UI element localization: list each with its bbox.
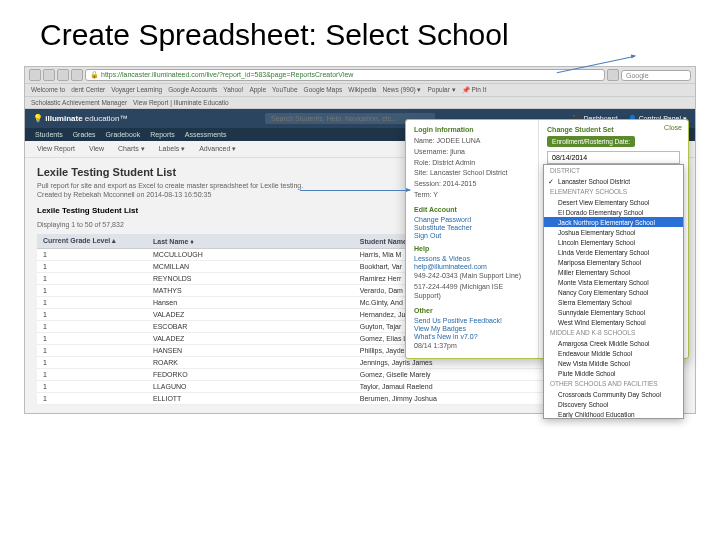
col-lastname[interactable]: Last Name ♦ [147,234,354,249]
menu-item[interactable]: Reports [150,131,175,138]
dropdown-item[interactable]: El Dorado Elementary School [544,207,683,217]
control-panel-popover: Login Information Name: JODEE LUNA Usern… [405,119,689,359]
login-username: Username: jluna [414,147,530,157]
bookmark-item[interactable]: YouTube [272,86,298,94]
menu-item[interactable]: Assessments [185,131,227,138]
bookmark-item[interactable]: Voyager Learning [111,86,162,94]
dropdown-header: MIDDLE AND K-8 SCHOOLS [544,327,683,338]
annotation-arrow [300,190,410,191]
submenu-item[interactable]: Advanced ▾ [199,145,236,153]
dropdown-item[interactable]: Discovery School [544,399,683,409]
dropdown-header: DISTRICT [544,165,683,176]
lessons-link[interactable]: Lessons & Videos [414,255,530,262]
submenu-item[interactable]: View Report [37,145,75,153]
login-term: Term: Y [414,190,530,200]
dropdown-item[interactable]: Linda Verde Elementary School [544,247,683,257]
dropdown-item[interactable]: Lincoln Elementary School [544,237,683,247]
bookmark-item[interactable]: Apple [249,86,266,94]
submenu-item[interactable]: View [89,145,104,153]
login-role: Role: District Admin [414,158,530,168]
dropdown-item[interactable]: Joshua Elementary School [544,227,683,237]
dropdown-item[interactable]: New Vista Middle School [544,358,683,368]
url-text: https://lancaster.illuminateed.com/live/… [101,71,353,78]
dropdown-item[interactable]: Endeavour Middle School [544,348,683,358]
school-dropdown[interactable]: DISTRICTLancaster School DistrictELEMENT… [543,164,684,419]
bookmark-item[interactable]: Popular ▾ [428,86,456,94]
dropdown-item[interactable]: Mariposa Elementary School [544,257,683,267]
forward-button[interactable] [43,69,55,81]
dropdown-item[interactable]: Amargosa Creek Middle School [544,338,683,348]
bookmarks-bar: Welcome todent CenterVoyager LearningGoo… [25,84,695,97]
help-header: Help [414,245,530,252]
other-header: Other [414,307,530,314]
change-set-header: Change Student Set [547,126,680,133]
phone2: 517-224-4499 (Michigan ISE Support) [414,282,530,302]
dropdown-item[interactable]: Desert View Elementary School [544,197,683,207]
feedback-link[interactable]: Send Us Positive Feedback! [414,317,530,324]
bookmark-item[interactable]: Google Maps [304,86,343,94]
col-grade[interactable]: Current Grade Level ▴ [37,234,147,249]
browser-window: 🔒https://lancaster.illuminateed.com/live… [24,66,696,414]
login-session: Session: 2014-2015 [414,179,530,189]
dropdown-item[interactable]: Sunnydale Elementary School [544,307,683,317]
tab-item[interactable]: View Report | Illuminate Educatio [133,99,229,106]
change-password-link[interactable]: Change Password [414,216,530,223]
dropdown-item[interactable]: West Wind Elementary School [544,317,683,327]
submenu-item[interactable]: Charts ▾ [118,145,145,153]
back-button[interactable] [29,69,41,81]
bookmark-item[interactable]: dent Center [71,86,105,94]
browser-search[interactable]: Google [621,70,691,81]
browser-toolbar: 🔒https://lancaster.illuminateed.com/live… [25,67,695,84]
dropdown-item[interactable]: Piute Middle School [544,368,683,378]
logo: 💡 illuminate education™ [33,114,128,123]
dropdown-item[interactable]: Crossroads Community Day School [544,389,683,399]
dropdown-header: ELEMENTARY SCHOOLS [544,186,683,197]
login-name: Name: JODEE LUNA [414,136,530,146]
display-count: Displaying 1 to 50 of 57,832 [37,221,124,228]
bookmark-item[interactable]: Wikipedia [348,86,376,94]
phone1: 949-242-0343 (Main Support Line) [414,271,530,281]
dropdown-item[interactable]: Miller Elementary School [544,267,683,277]
dropdown-item[interactable]: Early Childhood Education [544,409,683,419]
menu-item[interactable]: Gradebook [106,131,141,138]
slide-title: Create Spreadsheet: Select School [0,0,720,66]
bookmark-item[interactable]: Yahoo! [223,86,243,94]
bookmark-item[interactable]: Google Accounts [168,86,217,94]
menu-item[interactable]: Grades [73,131,96,138]
reload-button[interactable] [607,69,619,81]
dropdown-item[interactable]: Lancaster School District [544,176,683,186]
add-button[interactable] [71,69,83,81]
time: 08/14 1:37pm [414,341,530,351]
bookmark-item[interactable]: 📌 Pin It [462,86,487,94]
dropdown-header: OTHER SCHOOLS AND FACILITIES [544,378,683,389]
edit-account-header: Edit Account [414,206,530,213]
enroll-label: Enrollment/Rostering Date: [547,136,635,147]
badges-link[interactable]: View My Badges [414,325,530,332]
login-site: Site: Lancaster School District [414,168,530,178]
whatsnew-link[interactable]: What's New in v7.0? [414,333,530,340]
date-input[interactable] [547,151,680,164]
login-info-header: Login Information [414,126,530,133]
home-button[interactable] [57,69,69,81]
close-button[interactable]: Close [664,124,682,131]
dropdown-item[interactable]: Jack Northrop Elementary School [544,217,683,227]
dropdown-item[interactable]: Nancy Cory Elementary School [544,287,683,297]
substitute-link[interactable]: Substitute Teacher [414,224,530,231]
submenu-item[interactable]: Labels ▾ [159,145,186,153]
dropdown-item[interactable]: Monte Vista Elementary School [544,277,683,287]
tabs-bar: Scholastic Achievement ManagerView Repor… [25,97,695,109]
help-email[interactable]: help@illuminateed.com [414,263,530,270]
bookmark-item[interactable]: News (990) ▾ [382,86,421,94]
url-bar[interactable]: 🔒https://lancaster.illuminateed.com/live… [85,69,605,81]
bookmark-item[interactable]: Welcome to [31,86,65,94]
menu-item[interactable]: Students [35,131,63,138]
signout-link[interactable]: Sign Out [414,232,530,239]
tab-item[interactable]: Scholastic Achievement Manager [31,99,127,106]
dropdown-item[interactable]: Sierra Elementary School [544,297,683,307]
lock-icon: 🔒 [90,71,99,78]
